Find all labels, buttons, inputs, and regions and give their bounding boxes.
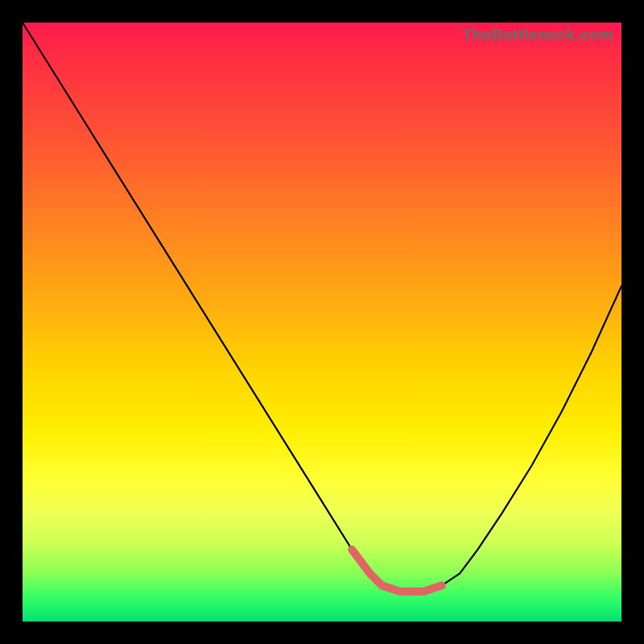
plot-area: TheBottleneck.com <box>23 23 621 621</box>
optimal-range-highlight <box>352 550 442 592</box>
chart-frame: TheBottleneck.com <box>0 0 644 644</box>
chart-svg <box>23 23 621 621</box>
bottleneck-curve <box>23 23 621 592</box>
